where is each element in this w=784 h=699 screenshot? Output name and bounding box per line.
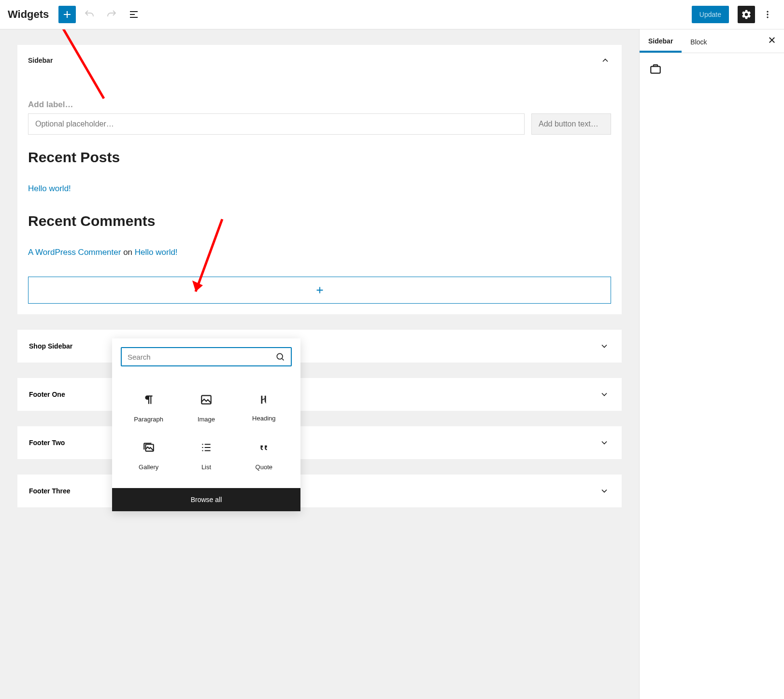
image-icon xyxy=(200,393,213,406)
top-toolbar: Widgets Update xyxy=(0,0,784,29)
block-label: Gallery xyxy=(139,463,158,471)
more-vertical-icon xyxy=(763,10,772,19)
svg-point-0 xyxy=(767,11,768,13)
block-option-paragraph[interactable]: Paragraph xyxy=(120,385,177,433)
options-button[interactable] xyxy=(759,6,776,23)
chevron-down-icon xyxy=(599,389,610,400)
search-icon xyxy=(275,352,285,362)
widget-panel-footer-one[interactable]: Footer One xyxy=(17,378,622,411)
block-option-gallery[interactable]: Gallery xyxy=(120,433,177,480)
page-title: Widgets xyxy=(8,8,49,21)
chevron-down-icon xyxy=(599,485,610,497)
add-block-button[interactable] xyxy=(58,6,76,23)
add-block-appender[interactable] xyxy=(28,277,611,304)
widget-area-title: Shop Sidebar xyxy=(29,342,72,350)
sidebar-tabs: Sidebar Block xyxy=(640,29,784,53)
chevron-down-icon xyxy=(599,437,610,448)
button-text-input[interactable] xyxy=(531,113,611,135)
close-icon xyxy=(768,36,776,44)
widget-header-sidebar[interactable]: Sidebar xyxy=(17,45,622,76)
comment-on-text: on xyxy=(121,248,134,257)
block-inserter-popup: Paragraph Image Heading Gallery List xyxy=(112,338,300,511)
update-button[interactable]: Update xyxy=(692,6,729,23)
widget-area-title: Footer Two xyxy=(29,439,65,447)
block-label: Quote xyxy=(256,463,272,471)
close-sidebar-button[interactable] xyxy=(760,36,784,47)
right-sidebar: Sidebar Block xyxy=(639,29,784,699)
svg-point-7 xyxy=(277,353,283,359)
heading-icon xyxy=(258,394,269,405)
recent-posts-heading[interactable]: Recent Posts xyxy=(28,149,611,166)
widget-panel-shop-sidebar[interactable]: Shop Sidebar xyxy=(17,330,622,363)
add-label-heading[interactable]: Add label… xyxy=(28,100,611,110)
browse-all-button[interactable]: Browse all xyxy=(112,488,300,511)
inserter-search-input[interactable] xyxy=(128,353,275,361)
recent-comments-heading[interactable]: Recent Comments xyxy=(28,213,611,229)
undo-button[interactable] xyxy=(81,6,98,23)
sidebar-content xyxy=(640,53,784,87)
plus-icon xyxy=(314,285,325,295)
block-label: Paragraph xyxy=(134,416,163,423)
tab-sidebar[interactable]: Sidebar xyxy=(640,29,682,53)
svg-point-1 xyxy=(767,14,768,15)
tab-block[interactable]: Block xyxy=(682,30,715,52)
inserter-search-box[interactable] xyxy=(121,347,292,366)
chevron-down-icon xyxy=(599,340,610,352)
list-icon xyxy=(200,441,213,454)
list-view-button[interactable] xyxy=(125,6,143,23)
gallery-icon xyxy=(143,441,155,454)
commenter-link[interactable]: A WordPress Commenter xyxy=(28,248,121,257)
paragraph-icon xyxy=(143,393,155,406)
toolbar-right-group: Update xyxy=(692,6,776,23)
block-label: Image xyxy=(198,416,215,423)
widget-body-sidebar: Add label… Recent Posts Hello world! Rec… xyxy=(17,100,622,314)
main-area: Sidebar Add label… Recent Posts Hello wo… xyxy=(0,29,784,699)
svg-point-2 xyxy=(767,16,768,18)
block-option-heading[interactable]: Heading xyxy=(235,385,293,433)
widget-panel-footer-three[interactable]: Footer Three xyxy=(17,475,622,507)
plus-icon xyxy=(61,9,73,20)
widget-area-icon xyxy=(649,63,662,75)
gear-icon xyxy=(741,9,752,20)
toolbar-left-group xyxy=(58,6,143,23)
block-option-quote[interactable]: Quote xyxy=(235,433,293,480)
editor-canvas: Sidebar Add label… Recent Posts Hello wo… xyxy=(0,29,639,699)
list-view-icon xyxy=(128,9,140,20)
redo-button[interactable] xyxy=(103,6,120,23)
block-grid: Paragraph Image Heading Gallery List xyxy=(112,375,300,488)
chevron-up-icon xyxy=(599,55,611,66)
settings-button[interactable] xyxy=(738,6,755,23)
search-block-row xyxy=(28,113,611,135)
redo-icon xyxy=(106,9,117,20)
undo-icon xyxy=(84,9,95,20)
widget-area-title: Footer Three xyxy=(29,487,71,495)
comment-post-link[interactable]: Hello world! xyxy=(135,248,178,257)
block-option-image[interactable]: Image xyxy=(177,385,235,433)
recent-post-link[interactable]: Hello world! xyxy=(28,184,611,194)
recent-comment-item: A WordPress Commenter on Hello world! xyxy=(28,248,611,257)
widget-area-title: Footer One xyxy=(29,391,65,398)
placeholder-input[interactable] xyxy=(28,113,525,135)
svg-rect-10 xyxy=(651,67,660,73)
block-label: Heading xyxy=(252,415,275,422)
widget-panel-sidebar: Sidebar Add label… Recent Posts Hello wo… xyxy=(17,45,622,314)
block-option-list[interactable]: List xyxy=(177,433,235,480)
quote-icon xyxy=(257,441,270,454)
block-label: List xyxy=(201,463,211,471)
widget-area-title: Sidebar xyxy=(28,56,53,64)
widget-panel-footer-two[interactable]: Footer Two xyxy=(17,426,622,459)
